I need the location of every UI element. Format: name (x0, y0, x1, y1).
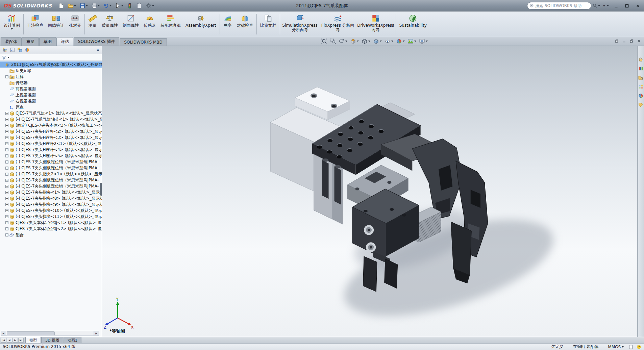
tree-item[interactable]: +(-) CJES-7气爪气缸轴芯<1> (默认<<默认>_显 (0, 116, 102, 122)
tree-item[interactable]: +(-) CJES-7夹头H连杆<2> (默认<<默认>_显示 (0, 128, 102, 134)
tree-item[interactable]: 2011款CJES-7气爪装配体 (默认<<默认>_外观显 (0, 61, 102, 68)
ribbon-button-sustainability[interactable]: Sustainability (397, 12, 429, 36)
apply-scene-button[interactable] (407, 38, 417, 45)
tree-horizontal-scrollbar[interactable]: ◀ ▶ (1, 331, 99, 336)
ribbon-button-measure[interactable]: 测量 (86, 12, 99, 36)
ribbon-button-simulationxpress[interactable]: SimulationXpress 分析向导 (281, 12, 319, 36)
doc-minimize-button[interactable] (622, 39, 626, 43)
tree-item[interactable]: +(-) CJES-7夹头H连杆<5> (默认<<默认>_显示 (0, 153, 102, 159)
save-button[interactable] (78, 2, 89, 10)
ribbon-button-assemblyxpert[interactable]: AssemblyXpert (183, 12, 219, 36)
new-doc-button[interactable] (57, 2, 66, 10)
expand-toggle[interactable]: + (5, 112, 8, 115)
ribbon-button-curvature[interactable]: 曲率 (221, 12, 234, 36)
scroll-right-arrow[interactable]: ▶ (94, 331, 99, 335)
commandmanager-tab[interactable]: 布局 (22, 37, 39, 46)
rebuild-button[interactable] (125, 2, 134, 10)
file-explorer-tab[interactable] (638, 75, 643, 80)
tree-item[interactable]: 右视基准面 (0, 98, 102, 104)
tree-item[interactable]: 历史记录 (0, 68, 102, 74)
tree-item[interactable]: +(-) CJES-7夹头侧板定位销（米思米型号JPMA- (0, 183, 102, 189)
ribbon-button-driveworksxpress[interactable]: DriveWorksXpress 向导 (357, 12, 395, 36)
status-item[interactable]: MMGS (608, 345, 624, 349)
ribbon-button-floxpress[interactable]: FloXpress 分析向导 (319, 12, 357, 36)
tree-item[interactable]: +(-) CJES-7夹头侧板定位销（米思米型号JPMA- (0, 159, 102, 165)
tree-item[interactable]: 前视基准面 (0, 86, 102, 92)
expand-toggle[interactable]: + (5, 227, 8, 230)
open-folder-button[interactable] (66, 2, 77, 10)
expand-toggle[interactable]: + (5, 203, 8, 206)
ribbon-button-design-study[interactable]: 设计算例 (1, 12, 22, 36)
custom-properties-tab[interactable] (638, 102, 643, 107)
maximize-button[interactable] (622, 2, 632, 9)
quick-tips-icon[interactable]: ? (637, 345, 641, 349)
expand-toggle[interactable]: + (5, 233, 8, 236)
scrollbar-thumb[interactable] (7, 331, 55, 335)
ribbon-button-symmetry-check[interactable]: 对称检查 (234, 12, 255, 36)
design-library-tab[interactable] (638, 66, 643, 71)
scroll-left-arrow[interactable]: ◀ (1, 331, 6, 335)
expand-toggle[interactable]: + (5, 124, 8, 127)
tree-item[interactable]: +CJES-7夹头本体定位销<1> (默认<<默认>_显 (0, 220, 102, 226)
view-orientation-button[interactable] (361, 38, 371, 45)
help-button[interactable]: ? (600, 2, 610, 9)
expand-toggle[interactable]: + (5, 215, 8, 218)
tree-item[interactable]: 原点 (0, 104, 102, 110)
commandmanager-tab[interactable]: SOLIDWORKS MBD (120, 38, 167, 46)
ribbon-button-mass-properties[interactable]: 质量属性 (99, 12, 120, 36)
section-view-button[interactable] (349, 38, 360, 45)
tree-item[interactable]: 传感器 (0, 80, 102, 86)
expand-toggle[interactable]: + (5, 197, 8, 200)
panel-collapse-button[interactable]: » (97, 47, 99, 52)
commandmanager-tab[interactable]: 评估 (56, 37, 73, 46)
expand-toggle[interactable]: + (5, 136, 8, 139)
tab-scroll-button[interactable]: |◀ (1, 338, 6, 343)
tree-item[interactable]: +注解 (0, 74, 102, 80)
edit-appearance-button[interactable] (395, 38, 405, 45)
tree-item[interactable]: +(-) CJES-7夹头侧板定位销（米思米型号JPMA- (0, 177, 102, 183)
appearances-tab[interactable] (638, 93, 643, 98)
expand-toggle[interactable]: + (5, 167, 8, 170)
ribbon-button-compare-documents[interactable]: 比较文档 (258, 12, 279, 36)
expand-toggle[interactable]: + (5, 118, 8, 121)
document-tab[interactable]: 3D 视图 (41, 337, 63, 343)
search-box[interactable] (527, 2, 591, 9)
tree-item[interactable]: +(-) CJES-7夹头H连杆<4> (默认<<默认>_显示 (0, 147, 102, 153)
tab-scroll-button[interactable]: ◀ (7, 338, 12, 343)
document-tab[interactable]: 模型 (25, 337, 41, 343)
hide-show-button[interactable] (384, 38, 394, 45)
commandmanager-tab[interactable]: 装配体 (1, 37, 22, 46)
tree-item[interactable]: +(-) CJES-7夹头H连杆2<1> (默认<<默认>_显 (0, 141, 102, 147)
file-properties-button[interactable] (135, 2, 144, 10)
fm-tree-tab[interactable] (2, 47, 7, 52)
ribbon-button-assembly-visualization[interactable]: 装配体直观 (158, 12, 183, 36)
commandmanager-tab[interactable]: 草图 (39, 37, 56, 46)
zoom-fit-button[interactable] (320, 38, 328, 45)
panel-splitter-handle[interactable] (100, 183, 102, 196)
sw-resources-tab[interactable] (638, 57, 643, 62)
tab-scroll-button[interactable]: ▶ (13, 338, 18, 343)
tree-item[interactable]: +(-) CJES-7夹头H连杆<3> (默认<<默认>_显示 (0, 134, 102, 141)
expand-toggle[interactable]: + (5, 221, 8, 224)
zoom-area-button[interactable] (329, 38, 337, 45)
fm-properties-tab[interactable] (10, 47, 15, 52)
doc-restore-button[interactable] (629, 39, 634, 43)
doc-close-button[interactable] (637, 39, 641, 43)
expand-toggle[interactable]: + (5, 148, 8, 151)
ribbon-button-hole-alignment[interactable]: 孔对齐 (67, 12, 83, 36)
expand-toggle[interactable]: + (5, 179, 8, 182)
scrollbar-track[interactable] (6, 331, 94, 335)
tree-item[interactable]: +(固定) CJES-7夹头本体<3> (默认<按加工><< (0, 122, 102, 128)
expand-toggle[interactable]: + (5, 185, 8, 188)
expand-toggle[interactable]: + (5, 173, 8, 176)
tree-item[interactable]: +(-) CJES-7夹头侧板定位销（米思米型号JPMA- (0, 165, 102, 171)
search-go-button[interactable] (592, 3, 600, 8)
ribbon-button-section-properties[interactable]: 剖面属性 (120, 12, 141, 36)
ribbon-button-interference-check[interactable]: 干涉检查 (25, 12, 46, 36)
search-input[interactable] (535, 3, 589, 8)
tree-item[interactable]: +CJES-7夹头本体定位销<2> (默认<<默认>_显 (0, 226, 102, 232)
expand-toggle[interactable]: + (5, 160, 8, 164)
tree-item[interactable]: +(-) CJES-7夹头指尖<10> (默认<<默认>_显示 (0, 207, 102, 214)
document-tab[interactable]: 动画1 (64, 337, 81, 343)
expand-toggle[interactable]: + (5, 209, 8, 212)
